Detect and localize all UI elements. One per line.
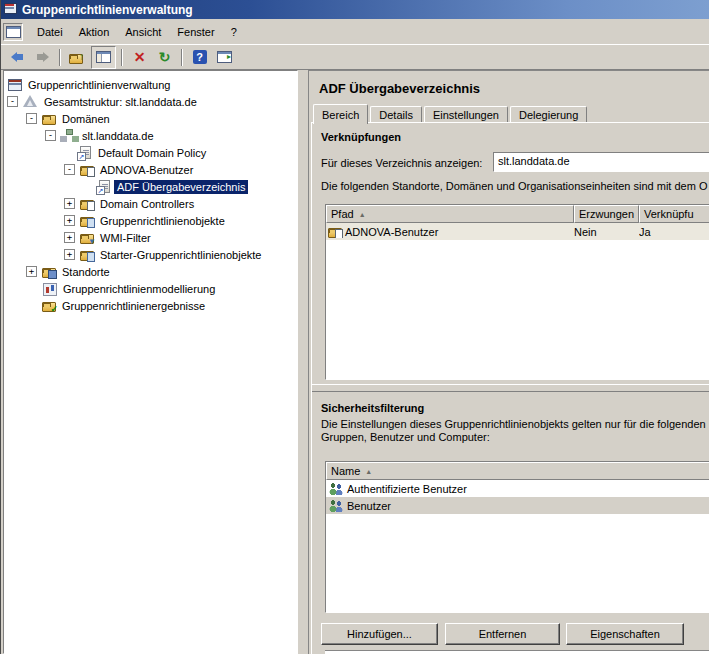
menu-datei[interactable]: Datei <box>29 24 71 40</box>
results-folder-icon <box>42 302 56 312</box>
app-icon <box>4 3 18 16</box>
tab-delegierung[interactable]: Delegierung <box>510 106 587 123</box>
tree-expander[interactable]: + <box>64 232 75 243</box>
links-listview: Pfad ▲ Erzwungen Verknüpfu ADNOVA-Benutz… <box>325 204 709 380</box>
tree-item-gruppenrichtlinienobjekte[interactable]: + Gruppenrichtlinienobjekte <box>4 212 297 229</box>
tree-item-label: Starter-Gruppenrichtlinienobjekte <box>97 248 264 262</box>
tab-strip: Bereich Details Einstellungen Delegierun… <box>313 103 589 123</box>
tree-item-label: Gruppenrichtlinienmodellierung <box>60 282 218 296</box>
tab-einstellungen[interactable]: Einstellungen <box>424 106 508 123</box>
security-listview: Name ▲ Authentifizierte Benutzer Benutze… <box>325 461 709 613</box>
console-tree-icon <box>96 51 111 63</box>
column-label: Erzwungen <box>579 208 634 220</box>
details-pane: ADF Übergabeverzeichnis Bereich Details … <box>308 70 709 654</box>
tree-item-label: slt.landdata.de <box>79 129 157 143</box>
delete-button[interactable]: ✕ <box>128 47 151 68</box>
cell-name: Benutzer <box>347 500 391 512</box>
column-header-verknuepfung[interactable]: Verknüpfu <box>639 205 709 223</box>
tree-item-wmi-filter[interactable]: + WMI-Filter <box>4 229 297 246</box>
tree-item-gruppenrichtlinienergebnisse[interactable]: Gruppenrichtlinienergebnisse <box>4 297 297 314</box>
tree-item-slt-landdata-de[interactable]: - slt.landdata.de <box>4 127 297 144</box>
menu-hilfe[interactable]: ? <box>223 24 245 40</box>
tree-expander[interactable]: - <box>26 113 37 124</box>
back-button[interactable] <box>6 47 29 68</box>
tree-item-label: WMI-Filter <box>97 231 154 245</box>
refresh-icon: ↻ <box>159 50 171 64</box>
sites-folder-icon <box>42 268 56 278</box>
gpo-link-icon <box>99 180 110 193</box>
cell-pfad: ADNOVA-Benutzer <box>345 226 438 238</box>
forward-icon <box>36 52 49 62</box>
up-one-level-button[interactable] <box>66 47 89 68</box>
tree-expander[interactable]: - <box>7 96 18 107</box>
security-buttons: Hinzufügen... Entfernen Eigenschaften <box>312 623 709 645</box>
column-label: Verknüpfu <box>644 208 694 220</box>
help-icon: ? <box>193 50 207 64</box>
gpo-title: ADF Übergabeverzeichnis <box>319 81 480 96</box>
tree-item-starter-gruppenrichtlinienobjekte[interactable]: + Starter-Gruppenrichtlinienobjekte <box>4 246 297 263</box>
title-bar: Gruppenrichtlinienverwaltung <box>1 0 709 19</box>
tree-item-label: Standorte <box>59 265 113 279</box>
tree-expander[interactable]: + <box>64 198 75 209</box>
menu-fenster[interactable]: Fenster <box>169 24 222 40</box>
menu-ansicht[interactable]: Ansicht <box>117 24 169 40</box>
starter-gpo-folder-icon <box>80 251 94 261</box>
tree-item-adnova-benutzer[interactable]: - ADNOVA-Benutzer <box>4 161 297 178</box>
tab-bereich[interactable]: Bereich <box>313 104 368 124</box>
security-row-authentifizierte-benutzer[interactable]: Authentifizierte Benutzer <box>326 480 709 497</box>
tree-item-gruppenrichtlinienverwaltung[interactable]: Gruppenrichtlinienverwaltung <box>4 76 297 93</box>
users-icon <box>328 499 344 512</box>
modeling-icon <box>42 282 57 295</box>
tab-details[interactable]: Details <box>370 106 422 123</box>
tree-expander[interactable]: - <box>45 130 56 141</box>
tree-expander[interactable]: + <box>64 249 75 260</box>
tree-item-gesamtstruktur[interactable]: - Gesamtstruktur: slt.landdata.de <box>4 93 297 110</box>
domains-folder-icon <box>42 115 56 125</box>
tree-expander[interactable]: + <box>64 215 75 226</box>
next-section-top-edge <box>325 650 709 654</box>
refresh-button[interactable]: ↻ <box>153 47 176 68</box>
tree-item-label: Domain Controllers <box>97 197 197 211</box>
tree-item-domaenen[interactable]: - Domänen <box>4 110 297 127</box>
menu-aktion[interactable]: Aktion <box>71 24 118 40</box>
security-listview-header: Name ▲ <box>326 462 709 480</box>
column-header-erzwungen[interactable]: Erzwungen <box>574 205 639 223</box>
forward-button[interactable] <box>31 47 54 68</box>
tree-item-adf-uebergabeverzeichnis[interactable]: ADF Übergabeverzeichnis <box>4 178 297 195</box>
cell-erzwungen: Nein <box>574 226 597 238</box>
links-row-adnova-benutzer[interactable]: ADNOVA-Benutzer Nein Ja <box>326 223 709 240</box>
console-window-icon[interactable] <box>3 23 23 41</box>
ou-icon <box>328 228 342 238</box>
show-console-tree-button[interactable] <box>91 46 116 69</box>
sort-ascending-icon: ▲ <box>359 211 366 218</box>
tree-expander[interactable]: - <box>64 164 75 175</box>
wmi-filter-folder-icon <box>80 234 94 244</box>
display-location-combobox[interactable]: slt.landdata.de <box>493 152 709 172</box>
links-listview-header: Pfad ▲ Erzwungen Verknüpfu <box>326 205 709 223</box>
tree-item-domain-controllers[interactable]: + Domain Controllers <box>4 195 297 212</box>
console-tree: Gruppenrichtlinienverwaltung - Gesamtstr… <box>3 70 298 654</box>
entfernen-button[interactable]: Entfernen <box>445 623 560 645</box>
links-description: Die folgenden Standorte, Domänen und Org… <box>321 180 707 192</box>
window-icon <box>6 26 21 38</box>
gpo-folder-icon <box>80 217 94 227</box>
cell-verknuepfung: Ja <box>639 226 651 238</box>
column-header-name[interactable]: Name ▲ <box>326 462 709 480</box>
export-list-button[interactable] <box>213 47 236 68</box>
tree-item-label: ADNOVA-Benutzer <box>97 163 196 177</box>
security-description-line2: Gruppen, Benutzer und Computer: <box>321 431 490 443</box>
column-header-pfad[interactable]: Pfad ▲ <box>326 205 574 223</box>
tree-item-label: Gesamtstruktur: slt.landdata.de <box>41 95 200 109</box>
hinzufuegen-button[interactable]: Hinzufügen... <box>321 623 438 645</box>
help-button[interactable]: ? <box>188 47 211 68</box>
tree-item-gruppenrichtlinienmodellierung[interactable]: Gruppenrichtlinienmodellierung <box>4 280 297 297</box>
tree-item-default-domain-policy[interactable]: Default Domain Policy <box>4 144 297 161</box>
toolbar-separator <box>181 49 183 66</box>
tree-expander[interactable]: + <box>26 266 37 277</box>
forest-icon <box>23 95 38 108</box>
eigenschaften-button[interactable]: Eigenschaften <box>566 623 684 645</box>
sort-ascending-icon: ▲ <box>365 468 372 475</box>
tree-item-standorte[interactable]: + Standorte <box>4 263 297 280</box>
security-row-benutzer[interactable]: Benutzer <box>326 497 709 514</box>
section-splitter[interactable] <box>312 384 709 392</box>
